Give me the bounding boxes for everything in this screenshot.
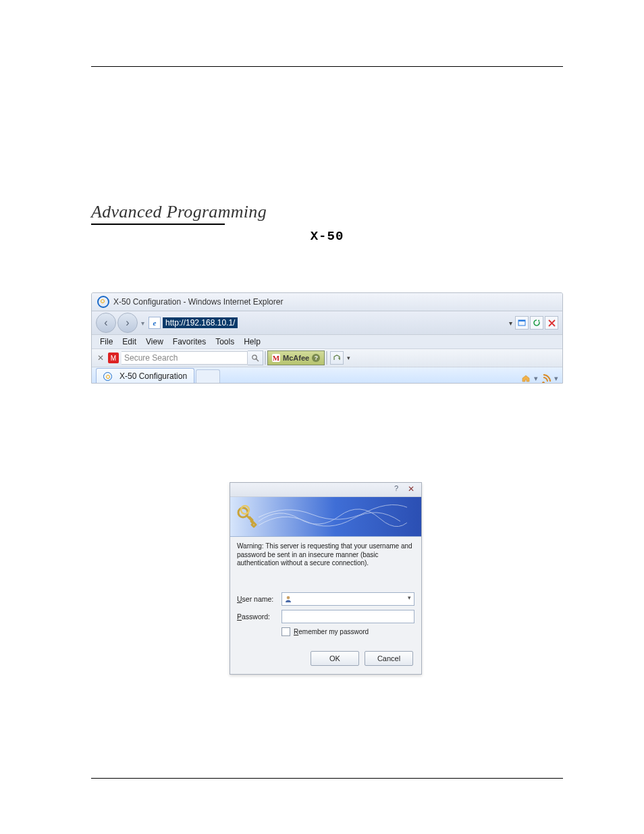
mcafee-m-icon: M — [272, 354, 280, 362]
mcafee-button[interactable]: M McAfee ? — [267, 350, 325, 365]
product-code: X-50 — [91, 229, 563, 244]
address-dropdown-icon[interactable]: ▾ — [506, 319, 515, 327]
tab-label: X-50 Configuration — [119, 371, 187, 381]
tab-favicon-icon — [103, 372, 112, 381]
ie-logo-icon — [97, 296, 109, 308]
menu-tools[interactable]: Tools — [215, 337, 234, 346]
compat-view-icon[interactable] — [515, 316, 529, 330]
toolbar-extra-button[interactable] — [330, 351, 344, 365]
keys-icon — [236, 504, 260, 528]
menu-view[interactable]: View — [146, 337, 163, 346]
address-row: ‹ › ▾ e http://192.168.10.1/ ▾ — [92, 311, 562, 335]
stop-icon[interactable] — [545, 316, 558, 330]
svg-point-6 — [287, 596, 290, 599]
dialog-titlebar: ? ✕ — [230, 483, 421, 497]
user-avatar-icon — [284, 595, 292, 603]
cancel-button[interactable]: Cancel — [365, 651, 413, 666]
banner-wave-decoration — [259, 501, 407, 531]
ok-button[interactable]: OK — [311, 651, 359, 666]
browser-tab[interactable]: X-50 Configuration — [96, 368, 194, 384]
bottom-rule — [91, 778, 563, 779]
window-title: X-50 Configuration - Windows Internet Ex… — [113, 297, 283, 307]
toolbar-close-icon[interactable]: ✕ — [97, 353, 104, 363]
back-button[interactable]: ‹ — [96, 313, 116, 333]
dialog-help-icon[interactable]: ? — [394, 484, 398, 492]
browser-window: X-50 Configuration - Windows Internet Ex… — [91, 292, 563, 384]
mcafee-toolbar: ✕ M Secure Search M McAfee ? ▾ — [92, 349, 562, 367]
search-icon[interactable] — [248, 350, 263, 365]
section-heading: Advanced Programming — [91, 202, 563, 222]
home-icon[interactable] — [520, 373, 531, 384]
page-icon: e — [149, 317, 161, 329]
url-text: http://192.168.10.1/ — [163, 317, 238, 328]
svg-point-2 — [252, 355, 257, 359]
menu-edit[interactable]: Edit — [122, 337, 136, 346]
toolbar-extra-dropdown-icon[interactable]: ▾ — [345, 355, 352, 361]
username-field[interactable] — [281, 592, 414, 606]
tab-strip: X-50 Configuration ▾ ▾ — [92, 367, 562, 384]
menu-bar: File Edit View Favorites Tools Help — [92, 335, 562, 349]
refresh-icon[interactable] — [530, 316, 543, 330]
auth-dialog: ? ✕ Warning: This server is requesting t… — [230, 482, 422, 675]
top-rule — [91, 66, 563, 67]
remember-label: Remember my password — [294, 628, 369, 635]
home-dropdown-icon[interactable]: ▾ — [534, 374, 538, 383]
address-bar[interactable]: e http://192.168.10.1/ — [149, 317, 238, 329]
menu-help[interactable]: Help — [244, 337, 261, 346]
mcafee-shield-icon: M — [108, 353, 119, 363]
heading-underline — [91, 224, 225, 225]
menu-favorites[interactable]: Favorites — [173, 337, 206, 346]
toolbar-separator — [265, 351, 266, 365]
dialog-warning-text: Warning: This server is requesting that … — [237, 542, 414, 568]
nav-dropdown-icon[interactable]: ▾ — [139, 313, 146, 332]
new-tab-button[interactable] — [196, 369, 220, 384]
forward-button[interactable]: › — [117, 313, 138, 333]
window-titlebar: X-50 Configuration - Windows Internet Ex… — [92, 293, 562, 311]
password-field[interactable] — [281, 610, 414, 623]
remember-checkbox[interactable] — [281, 627, 290, 636]
mcafee-help-icon: ? — [312, 354, 320, 362]
svg-line-3 — [257, 359, 259, 362]
username-label: User name: — [237, 595, 281, 603]
menu-file[interactable]: File — [100, 337, 113, 346]
toolbar-separator-2 — [326, 351, 327, 365]
rss-icon[interactable] — [541, 373, 552, 384]
secure-search-input[interactable]: Secure Search — [122, 351, 248, 365]
svg-rect-1 — [518, 320, 525, 321]
mcafee-label: McAfee — [283, 354, 309, 362]
dialog-close-icon[interactable]: ✕ — [408, 484, 414, 494]
dialog-banner — [230, 497, 421, 537]
password-label: Password: — [237, 613, 281, 621]
rss-dropdown-icon[interactable]: ▾ — [554, 374, 558, 383]
